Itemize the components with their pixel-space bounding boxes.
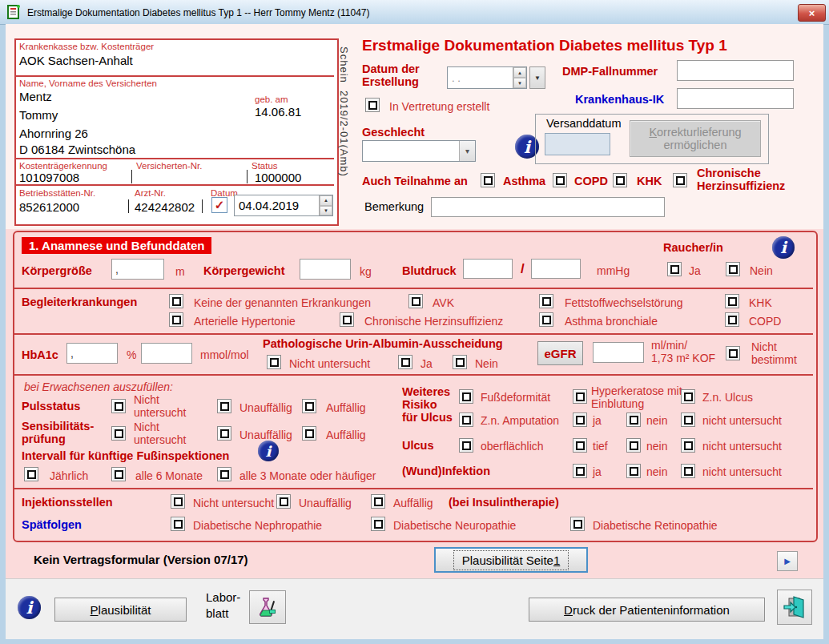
urin-nicht-untersucht-checkbox[interactable] bbox=[267, 355, 281, 369]
info-icon[interactable]: i bbox=[18, 596, 41, 619]
injekt-auffaellig-checkbox[interactable] bbox=[371, 494, 385, 509]
risiko-hyperkeratose-checkbox[interactable] bbox=[573, 389, 587, 404]
versanddatum-input[interactable] bbox=[545, 133, 610, 155]
begleit-avk-checkbox[interactable] bbox=[408, 294, 423, 308]
gender-select[interactable]: ▾ bbox=[362, 140, 476, 162]
risiko-nein-checkbox[interactable] bbox=[626, 413, 641, 427]
egfr-button[interactable]: eGFR bbox=[537, 341, 583, 365]
puls-nicht-untersucht-checkbox[interactable] bbox=[111, 399, 126, 413]
spinner-up-icon[interactable]: ▲ bbox=[513, 67, 526, 78]
wund-ja-label: ja bbox=[593, 465, 602, 478]
hba1c-mmol-input[interactable] bbox=[141, 343, 192, 364]
next-page-button[interactable]: ▶ bbox=[777, 551, 798, 571]
risiko-zn-ulcus-checkbox[interactable] bbox=[681, 389, 695, 404]
date-checkbox[interactable] bbox=[211, 197, 227, 213]
koerpergroesse-input[interactable] bbox=[111, 259, 164, 280]
teilnahme-herzinsuffizienz-checkbox[interactable] bbox=[673, 173, 687, 187]
exam-date-value: 04.04.2019 bbox=[235, 199, 319, 212]
spinner-down-icon[interactable]: ▼ bbox=[513, 78, 526, 88]
spaet-nephropathie-checkbox[interactable] bbox=[171, 517, 185, 531]
risiko-ja-checkbox[interactable] bbox=[573, 413, 587, 427]
intervall-6monate-checkbox[interactable] bbox=[111, 467, 126, 481]
intervall-jaehrlich-checkbox[interactable] bbox=[24, 467, 38, 481]
info-icon[interactable]: i bbox=[772, 236, 795, 259]
spinner-up-icon[interactable]: ▲ bbox=[320, 195, 332, 206]
korrektur-button[interactable]: Korrekturlieferung ermöglichen bbox=[630, 120, 761, 157]
raucher-ja-checkbox[interactable] bbox=[667, 262, 682, 276]
exit-button[interactable] bbox=[777, 590, 812, 625]
ulcus-tief-checkbox[interactable] bbox=[573, 438, 587, 453]
teilnahme-copd-checkbox[interactable] bbox=[553, 173, 567, 187]
begleit-copd-checkbox[interactable] bbox=[725, 312, 739, 327]
creation-date-spinner[interactable]: ▲▼ bbox=[513, 67, 526, 88]
raucher-nein-checkbox[interactable] bbox=[726, 262, 740, 276]
risiko-fussdeformitaet-checkbox[interactable] bbox=[459, 389, 473, 404]
hospital-ik-label: Krankenhaus-IK bbox=[575, 93, 664, 106]
creation-date-field[interactable]: . . ▲▼ bbox=[447, 66, 527, 89]
ulcus-nicht-untersucht-checkbox[interactable] bbox=[681, 438, 695, 453]
status-value: 1000000 bbox=[255, 171, 301, 184]
bsnr-label: Betriebsstätten-Nr. bbox=[19, 188, 95, 198]
blutdruck-systolic-input[interactable] bbox=[463, 259, 513, 279]
koerpergewicht-input[interactable] bbox=[300, 259, 351, 280]
risiko-nicht-untersucht-checkbox[interactable] bbox=[681, 413, 695, 427]
exam-date-field[interactable]: 04.04.2019 ▲▼ bbox=[234, 195, 333, 216]
begleit-keine-checkbox[interactable] bbox=[169, 294, 183, 308]
begleit-herzinsuffizienz-checkbox[interactable] bbox=[340, 312, 354, 327]
wundinfektion-label: (Wund)Infektion bbox=[402, 465, 490, 477]
spaet-neuropathie-checkbox[interactable] bbox=[371, 517, 385, 531]
injekt-nicht-untersucht-checkbox[interactable] bbox=[171, 494, 185, 509]
divider bbox=[14, 374, 813, 376]
spinner-down-icon[interactable]: ▼ bbox=[320, 206, 332, 216]
hospital-ik-input[interactable] bbox=[677, 88, 794, 109]
egfr-nicht-bestimmt-checkbox[interactable] bbox=[726, 346, 740, 360]
risiko-amputation-checkbox[interactable] bbox=[459, 413, 473, 427]
sens-nicht-untersucht-checkbox[interactable] bbox=[111, 426, 126, 441]
ulcus-nicht-untersucht-label: nicht untersucht bbox=[702, 440, 782, 453]
laborblatt-button[interactable] bbox=[249, 590, 286, 624]
spaet-retinopathie-checkbox[interactable] bbox=[570, 517, 585, 531]
blutdruck-separator: / bbox=[521, 261, 525, 277]
blutdruck-diastolic-input[interactable] bbox=[531, 259, 581, 279]
ulcus-nein-checkbox[interactable] bbox=[626, 438, 641, 453]
risiko-nicht-untersucht-label: nicht untersucht bbox=[702, 414, 782, 427]
begleit-asthma-checkbox[interactable] bbox=[539, 312, 553, 327]
puls-unauffaellig-checkbox[interactable] bbox=[217, 399, 231, 413]
bemerkung-input[interactable] bbox=[431, 197, 665, 217]
sens-auffaellig-checkbox[interactable] bbox=[302, 426, 316, 441]
puls-auffaellig-checkbox[interactable] bbox=[302, 399, 316, 413]
info-icon[interactable]: i bbox=[258, 441, 279, 461]
teilnahme-asthma-checkbox[interactable] bbox=[481, 173, 495, 187]
begleit-hypertonie-checkbox[interactable] bbox=[169, 312, 183, 327]
schein-vertical-label: Schein 2019/2-01(Amb) bbox=[338, 46, 350, 203]
plausibilitaet-button[interactable]: Plausibilität bbox=[54, 598, 187, 622]
sens-unauffaellig-checkbox[interactable] bbox=[217, 426, 231, 441]
laborblatt-label-line2: blatt bbox=[206, 606, 228, 620]
wund-ja-checkbox[interactable] bbox=[573, 464, 587, 478]
wund-nicht-untersucht-checkbox[interactable] bbox=[681, 464, 695, 478]
creation-date-dropdown-button[interactable]: ▼ bbox=[529, 66, 545, 89]
exam-date-spinner[interactable]: ▲▼ bbox=[319, 195, 332, 215]
creation-date-label: Datum der Erstellung bbox=[362, 62, 442, 88]
patient-firstname: Tommy bbox=[19, 108, 58, 122]
wund-nein-checkbox[interactable] bbox=[626, 464, 641, 478]
injekt-unauffaellig-checkbox[interactable] bbox=[276, 494, 291, 509]
egfr-input[interactable] bbox=[593, 342, 644, 363]
intervall-3monate-checkbox[interactable] bbox=[217, 467, 231, 481]
in-vertretung-checkbox[interactable] bbox=[365, 98, 380, 112]
teilnahme-khk-checkbox[interactable] bbox=[613, 173, 627, 187]
plausibilitaet-seite1-button[interactable]: Plausibilität Seite 1 bbox=[434, 547, 588, 573]
divider bbox=[14, 488, 813, 489]
begleit-fett-checkbox[interactable] bbox=[539, 294, 553, 308]
urin-nein-checkbox[interactable] bbox=[453, 355, 467, 369]
dmp-case-input[interactable] bbox=[677, 60, 794, 81]
hba1c-percent-input[interactable] bbox=[66, 343, 118, 364]
begleit-khk-checkbox[interactable] bbox=[725, 294, 739, 308]
section-title: 1. Anamnese und Befunddaten bbox=[22, 237, 211, 254]
window-title: Erstmalige Dokumentation Diabetes mellit… bbox=[27, 7, 370, 18]
urin-ja-checkbox[interactable] bbox=[398, 355, 412, 369]
druck-patienteninformation-button[interactable]: Druck der Patienteninformation bbox=[529, 598, 765, 622]
ulcus-oberflaechlich-checkbox[interactable] bbox=[459, 438, 473, 453]
chevron-down-icon[interactable]: ▾ bbox=[459, 141, 475, 161]
close-button[interactable]: × bbox=[798, 4, 826, 22]
